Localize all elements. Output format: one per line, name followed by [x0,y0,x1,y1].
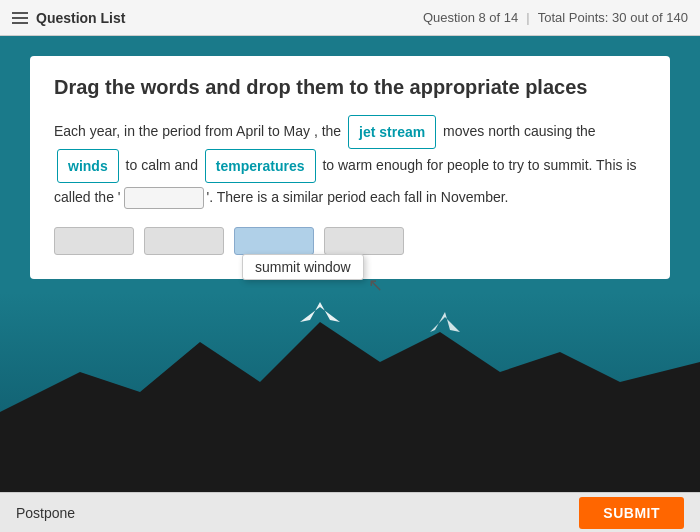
postpone-button[interactable]: Postpone [16,505,75,521]
question-list-label[interactable]: Question List [36,10,125,26]
drop-box-jet-stream[interactable]: jet stream [348,115,436,149]
word-bank-item-4[interactable] [324,227,404,255]
text-before: Each year, in the period from April to M… [54,123,341,139]
footer: Postpone SUBMIT [0,492,700,532]
word-bank-item-3[interactable] [234,227,314,255]
text3: to calm and [126,157,198,173]
cursor-icon: ↖ [368,274,383,296]
question-progress: Question 8 of 14 [423,10,518,25]
header: Question List Question 8 of 14 | Total P… [0,0,700,36]
drop-box-temperatures[interactable]: temperatures [205,149,316,183]
drop-box-winds[interactable]: winds [57,149,119,183]
header-right: Question 8 of 14 | Total Points: 30 out … [423,10,688,25]
submit-button[interactable]: SUBMIT [579,497,684,529]
main-content: Drag the words and drop them to the appr… [0,36,700,492]
drag-tooltip[interactable]: summit window [242,254,364,280]
question-text: Each year, in the period from April to M… [54,115,646,211]
question-title: Drag the words and drop them to the appr… [54,76,646,99]
header-divider: | [526,10,529,25]
question-box: Drag the words and drop them to the appr… [30,56,670,279]
word-bank-item-1[interactable] [54,227,134,255]
menu-icon[interactable] [12,12,28,24]
drag-tooltip-label: summit window [255,259,351,275]
word-bank [54,227,646,255]
text2: moves north causing the [443,123,596,139]
drop-box-summit-window[interactable] [124,187,204,209]
text5: '. There is a similar period each fall i… [207,189,509,205]
word-bank-item-2[interactable] [144,227,224,255]
header-left: Question List [12,10,125,26]
mountain-background [0,292,700,492]
total-points: Total Points: 30 out of 140 [538,10,688,25]
